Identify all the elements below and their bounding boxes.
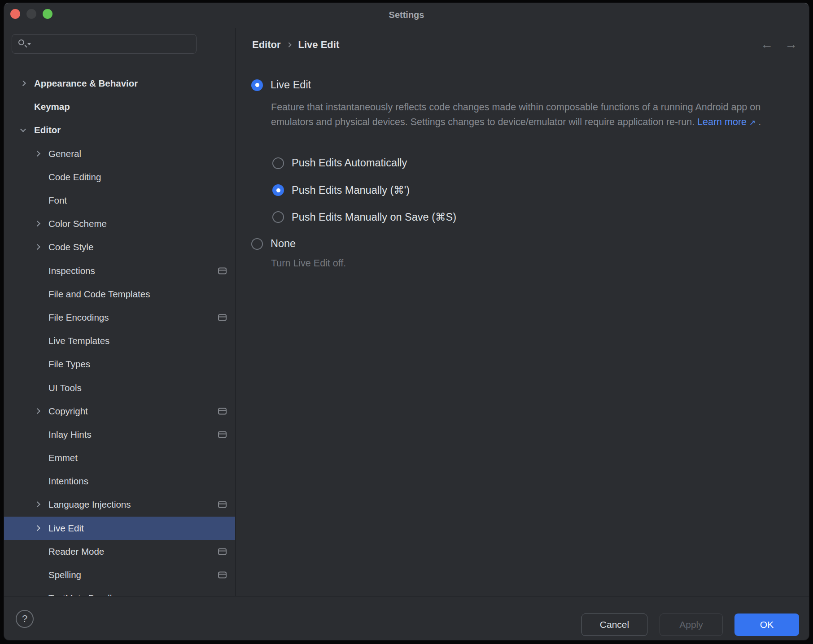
sidebar-item-code-editing[interactable]: Code Editing — [4, 165, 235, 189]
window-title: Settings — [4, 10, 809, 20]
sidebar-item-label: Live Templates — [48, 335, 109, 346]
chevron-right-icon[interactable] — [20, 80, 26, 86]
sidebar-item-file-encodings[interactable]: File Encodings — [4, 306, 235, 329]
per-project-settings-icon — [218, 314, 227, 321]
radio-live-edit[interactable]: Live Edit — [251, 79, 311, 91]
sidebar-item-emmet[interactable]: Emmet — [4, 446, 235, 470]
sidebar-item-label: UI Tools — [48, 383, 82, 393]
sidebar-item-label: Intentions — [48, 476, 88, 487]
search-input[interactable] — [29, 39, 196, 49]
sidebar-item-file-types[interactable]: File Types — [4, 352, 235, 376]
learn-more-link[interactable]: Learn more ↗ — [697, 117, 756, 127]
sidebar-item-language-injections[interactable]: Language Injections — [4, 493, 235, 516]
search-icon[interactable] — [17, 38, 29, 50]
sidebar-item-label: Copyright — [48, 406, 88, 417]
chevron-right-icon[interactable] — [35, 221, 40, 226]
sidebar-item-editor[interactable]: Editor — [4, 118, 235, 142]
radio-push-edits-automatically[interactable]: Push Edits Automatically — [272, 157, 407, 169]
sidebar-item-live-templates[interactable]: Live Templates — [4, 329, 235, 352]
radio-none[interactable]: None — [251, 238, 296, 250]
chevron-right-icon[interactable] — [35, 525, 40, 531]
sidebar-item-keymap[interactable]: Keymap — [4, 95, 235, 118]
forward-arrow-icon[interactable]: → — [785, 37, 797, 52]
sidebar-item-textmate-bundles[interactable]: TextMate Bundles — [4, 587, 235, 596]
live-edit-description: Feature that instantaneously reflects co… — [271, 100, 776, 130]
sidebar-item-label: Inspections — [48, 265, 95, 276]
radio-unselected-icon — [251, 238, 263, 250]
chevron-right-icon[interactable] — [35, 244, 40, 250]
per-project-settings-icon — [218, 408, 227, 414]
back-arrow-icon[interactable]: ← — [761, 37, 773, 52]
sidebar-item-code-style[interactable]: Code Style — [4, 235, 235, 259]
sidebar-item-label: TextMate Bundles — [48, 593, 122, 596]
dialog-footer: ? Cancel Apply OK — [4, 596, 809, 640]
sidebar-item-label: Code Editing — [48, 172, 101, 183]
per-project-settings-icon — [218, 501, 227, 508]
per-project-settings-icon — [218, 548, 227, 555]
sidebar-item-label: File and Code Templates — [48, 289, 150, 300]
radio-selected-icon — [251, 79, 263, 91]
breadcrumb-separator-icon — [286, 42, 291, 47]
sidebar-item-label: File Types — [48, 359, 90, 370]
sidebar-item-label: Appearance & Behavior — [34, 78, 138, 89]
chevron-right-icon[interactable] — [35, 408, 40, 414]
radio-live-edit-label: Live Edit — [271, 79, 311, 91]
sidebar-item-label: Live Edit — [48, 523, 84, 534]
question-mark-icon: ? — [22, 613, 27, 625]
sidebar-item-general[interactable]: General — [4, 142, 235, 165]
settings-sidebar: Appearance & BehaviorKeymapEditorGeneral… — [4, 28, 236, 596]
ok-button[interactable]: OK — [734, 614, 799, 636]
sidebar-item-color-scheme[interactable]: Color Scheme — [4, 212, 235, 235]
sidebar-item-appearance-behavior[interactable]: Appearance & Behavior — [4, 72, 235, 95]
sidebar-item-reader-mode[interactable]: Reader Mode — [4, 540, 235, 563]
apply-button[interactable]: Apply — [660, 614, 723, 636]
per-project-settings-icon — [218, 572, 227, 579]
radio-unselected-icon — [272, 211, 284, 223]
sidebar-item-label: Reader Mode — [48, 546, 104, 557]
sidebar-item-label: Font — [48, 195, 67, 206]
search-field[interactable] — [12, 34, 197, 54]
sidebar-item-spelling[interactable]: Spelling — [4, 563, 235, 587]
per-project-settings-icon — [218, 267, 227, 274]
chevron-right-icon[interactable] — [35, 151, 40, 157]
settings-dialog: Settings Appearance & BehaviorKeymapEdit… — [4, 3, 809, 640]
sidebar-item-label: General — [48, 148, 81, 159]
sidebar-item-copyright[interactable]: Copyright — [4, 400, 235, 423]
radio-push-edits-manually[interactable]: Push Edits Manually (⌘') — [272, 184, 410, 196]
chevron-down-icon[interactable] — [20, 126, 26, 132]
breadcrumb-parent[interactable]: Editor — [252, 39, 281, 51]
sidebar-item-inlay-hints[interactable]: Inlay Hints — [4, 423, 235, 446]
title-bar: Settings — [4, 3, 809, 28]
settings-content: Editor Live Edit ← → Live Edit Feature t… — [236, 28, 809, 596]
sidebar-item-live-edit[interactable]: Live Edit — [4, 517, 235, 540]
none-description: Turn Live Edit off. — [271, 258, 346, 269]
sidebar-item-label: File Encodings — [48, 312, 109, 323]
settings-tree: Appearance & BehaviorKeymapEditorGeneral… — [4, 72, 235, 596]
external-link-icon: ↗ — [749, 118, 756, 127]
sidebar-item-label: Spelling — [48, 570, 81, 580]
help-button[interactable]: ? — [16, 610, 34, 628]
sidebar-item-file-and-code-templates[interactable]: File and Code Templates — [4, 283, 235, 306]
radio-push-edits-manually-on-save[interactable]: Push Edits Manually on Save (⌘S) — [272, 211, 456, 223]
sidebar-item-ui-tools[interactable]: UI Tools — [4, 376, 235, 399]
sidebar-item-inspections[interactable]: Inspections — [4, 259, 235, 283]
sidebar-item-label: Emmet — [48, 453, 78, 463]
breadcrumb: Editor Live Edit — [252, 39, 339, 51]
sidebar-item-label: Color Scheme — [48, 218, 107, 229]
cancel-button[interactable]: Cancel — [581, 614, 647, 636]
sidebar-item-label: Inlay Hints — [48, 429, 92, 440]
sidebar-item-label: Code Style — [48, 242, 93, 252]
chevron-right-icon[interactable] — [35, 502, 40, 508]
sidebar-item-label: Editor — [34, 125, 61, 135]
radio-unselected-icon — [272, 157, 284, 169]
sidebar-item-label: Keymap — [34, 101, 70, 112]
sidebar-item-font[interactable]: Font — [4, 189, 235, 212]
radio-selected-icon — [272, 184, 284, 196]
breadcrumb-current: Live Edit — [298, 39, 340, 51]
sidebar-item-intentions[interactable]: Intentions — [4, 470, 235, 493]
sidebar-item-label: Language Injections — [48, 499, 131, 510]
per-project-settings-icon — [218, 431, 227, 438]
